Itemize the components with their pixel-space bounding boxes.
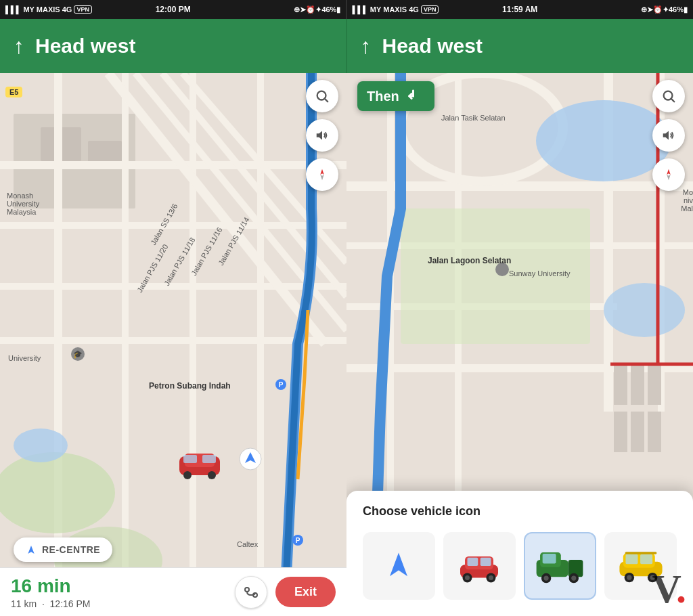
map-right: Then Jalan Tasik Selatan Jalan Lagoon Se… xyxy=(346,73,693,616)
eta-block: 16 min 11 km · 12:16 PM xyxy=(11,575,235,609)
recentre-label: RE-CENTRE xyxy=(42,544,100,555)
svg-rect-59 xyxy=(648,412,661,452)
bluetooth-icon: ✦ xyxy=(315,5,321,14)
eta-time: 16 min xyxy=(11,575,235,597)
svg-rect-83 xyxy=(543,554,556,563)
svg-rect-53 xyxy=(401,208,590,344)
status-icons-right: ⊕ ➤ ⏰ ✦ 46% ▮ xyxy=(537,5,693,14)
search-button-right[interactable] xyxy=(652,80,685,112)
main-content: P P 🎓 E5 MonashUniversityMalaysia Jalan … xyxy=(0,73,693,616)
map-left: P P 🎓 E5 MonashUniversityMalaysia Jalan … xyxy=(0,73,346,616)
svg-point-23 xyxy=(183,471,192,479)
svg-rect-75 xyxy=(468,558,478,566)
svg-rect-10 xyxy=(189,73,196,616)
svg-rect-55 xyxy=(631,364,644,405)
network-right: 4G xyxy=(409,5,419,14)
exit-button[interactable]: Exit xyxy=(275,577,336,607)
svg-point-88 xyxy=(572,575,577,580)
svg-rect-92 xyxy=(640,554,652,564)
svg-marker-36 xyxy=(320,169,324,175)
alarm-icon-r: ⏰ xyxy=(653,5,663,14)
then-label: Then xyxy=(367,89,399,104)
svg-rect-11 xyxy=(257,73,264,616)
svg-point-96 xyxy=(650,575,654,580)
then-badge: Then xyxy=(357,81,434,111)
alarm-icon: ⏰ xyxy=(306,5,315,14)
svg-point-24 xyxy=(208,471,216,479)
svg-point-52 xyxy=(604,283,685,337)
turn-icon xyxy=(406,87,425,106)
eta-details: 11 km · 12:16 PM xyxy=(11,598,235,609)
vehicle-option-green-truck[interactable] xyxy=(524,532,596,600)
signal-icon-r: ▌▌▌ xyxy=(352,5,367,14)
svg-marker-72 xyxy=(390,553,407,577)
svg-marker-38 xyxy=(28,546,34,554)
svg-point-51 xyxy=(536,100,671,181)
svg-rect-4 xyxy=(0,161,346,169)
nav-arrow-left: ↑ xyxy=(14,34,24,59)
svg-marker-70 xyxy=(667,169,671,175)
yellow-suv-icon xyxy=(616,545,666,587)
svg-rect-57 xyxy=(614,412,627,452)
location-icon: ⊕ xyxy=(294,5,300,14)
recentre-button[interactable]: RE-CENTRE xyxy=(14,537,112,562)
svg-rect-8 xyxy=(54,73,62,616)
svg-rect-56 xyxy=(648,364,661,405)
speaker-icon-right xyxy=(661,128,676,143)
status-icons-left: ⊕ ➤ ⏰ ✦ 46% ▮ xyxy=(191,5,346,14)
time-left: 12:00 PM xyxy=(156,5,191,14)
vpn-right: VPN xyxy=(421,5,439,14)
svg-text:P: P xyxy=(279,381,284,389)
red-car-icon xyxy=(455,546,503,586)
svg-text:P: P xyxy=(296,537,300,544)
vehicle-option-yellow-suv[interactable] xyxy=(604,532,677,600)
network-left: 4G xyxy=(62,5,72,14)
search-icon-left xyxy=(315,89,330,104)
svg-point-39 xyxy=(245,588,249,592)
route-options-button[interactable] xyxy=(235,576,267,609)
bluetooth-icon-r: ✦ xyxy=(663,5,669,14)
compass-button-right[interactable] xyxy=(652,158,685,191)
search-button-left[interactable] xyxy=(306,80,338,112)
status-right-carrier: ▌▌▌ MY MAXIS 4G VPN xyxy=(346,5,502,14)
arrow-icon: ➤ xyxy=(300,5,306,14)
vehicle-option-red-car[interactable] xyxy=(443,532,516,600)
recentre-icon xyxy=(26,544,37,555)
nav-header-right: ↑ Head west xyxy=(347,19,694,73)
status-bar: ▌▌▌ MY MAXIS 4G VPN 12:00 PM ⊕ ➤ ⏰ ✦ 46%… xyxy=(0,0,693,19)
svg-point-79 xyxy=(465,575,470,580)
vehicle-panel: Choose vehicle icon xyxy=(346,491,693,616)
svg-point-66 xyxy=(495,263,509,276)
map-svg-left: P P 🎓 xyxy=(0,73,346,616)
svg-marker-69 xyxy=(663,131,669,140)
svg-line-68 xyxy=(671,99,674,102)
vpn-left: VPN xyxy=(74,5,92,14)
carrier-left: MY MAXIS xyxy=(23,5,60,14)
svg-rect-97 xyxy=(625,552,656,554)
arrow-vehicle-icon xyxy=(381,548,416,584)
speaker-icon-left xyxy=(315,128,330,143)
svg-marker-35 xyxy=(317,131,322,140)
nav-arrow-right: ↑ xyxy=(361,34,372,59)
svg-rect-76 xyxy=(480,558,491,566)
carrier-right: MY MAXIS xyxy=(370,5,407,14)
speaker-button-right[interactable] xyxy=(652,119,685,152)
svg-rect-91 xyxy=(625,554,638,564)
search-icon-right xyxy=(661,89,676,104)
time-right: 11:59 AM xyxy=(502,5,537,14)
route-icon xyxy=(243,584,259,600)
battery-left: 46% xyxy=(321,5,336,14)
vehicle-option-arrow[interactable] xyxy=(363,532,435,600)
nav-header-row: ↑ Head west ↑ Head west xyxy=(0,19,693,73)
svg-line-34 xyxy=(325,99,328,102)
svg-point-18 xyxy=(14,428,68,462)
compass-icon-left xyxy=(315,167,330,182)
speaker-button-left[interactable] xyxy=(306,119,338,152)
compass-icon-right xyxy=(661,167,676,182)
vehicle-options xyxy=(363,532,677,600)
green-truck-icon xyxy=(534,544,585,588)
svg-rect-54 xyxy=(614,364,627,405)
compass-button-left[interactable] xyxy=(306,158,338,191)
location-icon-r: ⊕ xyxy=(641,5,647,14)
svg-text:🎓: 🎓 xyxy=(73,349,83,359)
